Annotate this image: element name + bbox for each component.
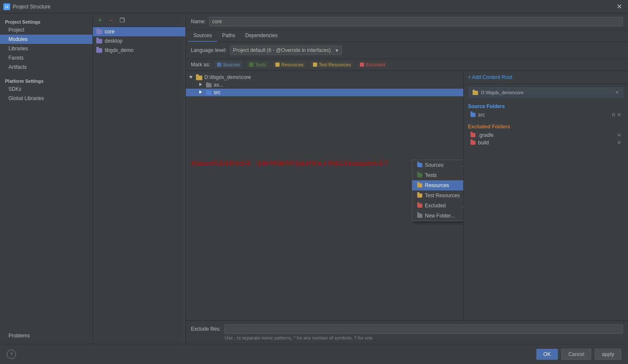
language-level-label: Language level: xyxy=(191,47,227,53)
source-folder-remove-button[interactable]: ✕ xyxy=(617,112,621,118)
mark-as-excluded[interactable]: Excluded xyxy=(357,61,387,68)
add-module-button[interactable]: + xyxy=(95,16,105,25)
language-level-select-wrap: Project default (6 - @Override in interf… xyxy=(230,46,342,55)
close-button[interactable]: ✕ xyxy=(614,2,625,11)
tree-expand-icon-src xyxy=(199,90,204,95)
svg-rect-6 xyxy=(473,91,478,95)
sidebar-item-artifacts[interactable]: Artifacts xyxy=(0,62,92,72)
mark-as-label: Mark as: xyxy=(191,62,210,68)
sidebar: Project Settings Project Modules Librari… xyxy=(0,14,93,344)
excluded-folder-icon-build xyxy=(470,141,476,145)
ctx-sources[interactable]: Sources Alt+S xyxy=(412,160,463,170)
file-tree-area: D:\libgdx_demo\core as... xyxy=(186,71,628,321)
help-button[interactable]: ? xyxy=(7,350,16,359)
module-item-desktop[interactable]: desktop xyxy=(93,36,185,46)
right-panel: + Add Content Root D:\libgdx_demo\core xyxy=(463,71,628,321)
tree-expand-icon-assets xyxy=(199,83,204,87)
content-root-icon xyxy=(473,90,478,95)
platform-settings-label: Platform Settings xyxy=(0,76,92,84)
source-folders-title: Source Folders xyxy=(468,103,624,109)
exclude-files-bar: Exclude files: Use ; to separate name pa… xyxy=(186,321,628,344)
exclude-files-row: Exclude files: xyxy=(191,324,623,334)
content-root-item: D:\libgdx_demo\core ✕ xyxy=(469,87,623,98)
project-structure-dialog: IJ Project Structure ✕ Project Settings … xyxy=(0,0,628,364)
root-folder-icon xyxy=(196,74,203,80)
file-tree: D:\libgdx_demo\core as... xyxy=(186,71,463,321)
add-content-root-button[interactable]: + Add Content Root xyxy=(468,74,512,80)
sources-panel: Language level: Project default (6 - @Ov… xyxy=(186,42,628,344)
ctx-new-folder[interactable]: New Folder... xyxy=(412,211,463,221)
ctx-excluded-icon xyxy=(417,204,422,208)
sidebar-item-facets[interactable]: Facets xyxy=(0,53,92,62)
help-area: ? xyxy=(7,350,533,359)
apply-button[interactable]: apply xyxy=(595,349,621,360)
tab-sources[interactable]: Sources xyxy=(188,30,217,42)
excluded-folders-title: Excluded Folders xyxy=(468,124,624,130)
sidebar-item-sdks[interactable]: SDKs xyxy=(0,84,92,94)
tree-item-src[interactable]: src xyxy=(186,89,463,96)
tree-root[interactable]: D:\libgdx_demo\core xyxy=(186,73,463,81)
source-folder-src: src R ✕ xyxy=(468,111,624,119)
name-label: Name: xyxy=(191,19,206,24)
test-resources-dot xyxy=(313,62,317,67)
ctx-resources-icon xyxy=(417,183,422,187)
name-bar: Name: xyxy=(186,14,628,30)
resources-dot xyxy=(275,62,280,67)
ctx-tests-icon xyxy=(417,173,422,177)
assets-folder-icon xyxy=(206,82,212,87)
ctx-excluded[interactable]: Excluded Alt+E xyxy=(412,201,463,211)
folder-icon xyxy=(96,30,102,34)
module-item-core[interactable]: core xyxy=(93,27,185,36)
ctx-resources[interactable]: Resources xyxy=(412,180,463,190)
sidebar-item-problems[interactable]: Problems xyxy=(0,331,92,340)
folder-icon xyxy=(96,48,102,53)
mark-as-bar: Mark as: Sources Tests Resources xyxy=(186,59,628,71)
module-list-items: core desktop libgdx_demo xyxy=(93,27,185,344)
ctx-tests-shortcut: Alt+T xyxy=(463,173,463,178)
excluded-folder-build-remove-button[interactable]: ✕ xyxy=(617,140,621,146)
sidebar-item-global-libraries[interactable]: Global Libraries xyxy=(0,94,92,103)
copy-module-button[interactable]: ❐ xyxy=(117,16,127,25)
tree-item-assets[interactable]: as... xyxy=(186,81,463,89)
dialog-body: Project Settings Project Modules Librari… xyxy=(0,14,628,344)
module-item-libgdx-demo[interactable]: libgdx_demo xyxy=(93,46,185,55)
module-toolbar: + − ❐ xyxy=(93,14,185,27)
ctx-excluded-shortcut: Alt+E xyxy=(462,203,463,208)
tab-dependencies[interactable]: Dependencies xyxy=(240,30,283,42)
src-folder-icon xyxy=(206,90,212,95)
tab-paths[interactable]: Paths xyxy=(217,30,240,42)
remove-module-button[interactable]: − xyxy=(106,16,116,25)
svg-rect-5 xyxy=(206,90,209,91)
right-panel-toolbar: + Add Content Root xyxy=(464,71,628,84)
sidebar-item-libraries[interactable]: Libraries xyxy=(0,44,92,53)
excluded-folder-build: build ✕ xyxy=(468,139,624,147)
tabs-bar: Sources Paths Dependencies xyxy=(186,30,628,42)
language-level-bar: Language level: Project default (6 - @Ov… xyxy=(186,42,628,59)
exclude-files-hint: Use ; to separate name patterns, * for a… xyxy=(191,335,623,340)
mark-as-tests[interactable]: Tests xyxy=(247,61,269,68)
sidebar-item-modules[interactable]: Modules xyxy=(0,35,92,44)
ctx-sources-icon xyxy=(417,163,422,167)
svg-rect-0 xyxy=(196,76,202,80)
ok-button[interactable]: OK xyxy=(536,349,558,360)
excluded-folder-gradle-remove-button[interactable]: ✕ xyxy=(617,132,621,138)
ctx-tests[interactable]: Tests Alt+T xyxy=(412,170,463,180)
sidebar-item-project[interactable]: Project xyxy=(0,25,92,35)
svg-rect-4 xyxy=(206,91,212,95)
content-root-close-button[interactable]: ✕ xyxy=(615,90,619,95)
exclude-files-input[interactable] xyxy=(224,324,623,334)
svg-rect-3 xyxy=(206,82,209,84)
language-level-select[interactable]: Project default (6 - @Override in interf… xyxy=(230,46,342,55)
source-folder-edit-button[interactable]: R xyxy=(612,112,615,117)
module-list: + − ❐ core desktop libgdx_demo xyxy=(93,14,186,344)
ctx-test-resources[interactable]: Test Resources xyxy=(412,190,463,201)
mark-as-sources[interactable]: Sources xyxy=(215,61,242,68)
name-input[interactable] xyxy=(209,17,623,26)
mark-as-resources[interactable]: Resources xyxy=(273,61,306,68)
tree-expand-icon xyxy=(189,75,194,79)
ctx-new-folder-icon xyxy=(417,214,422,218)
content-root-container: D:\libgdx_demo\core ✕ xyxy=(464,84,628,101)
bottom-bar: ? OK Cancel apply xyxy=(0,344,628,364)
mark-as-test-resources[interactable]: Test Resources xyxy=(310,61,353,68)
cancel-button[interactable]: Cancel xyxy=(561,349,591,360)
